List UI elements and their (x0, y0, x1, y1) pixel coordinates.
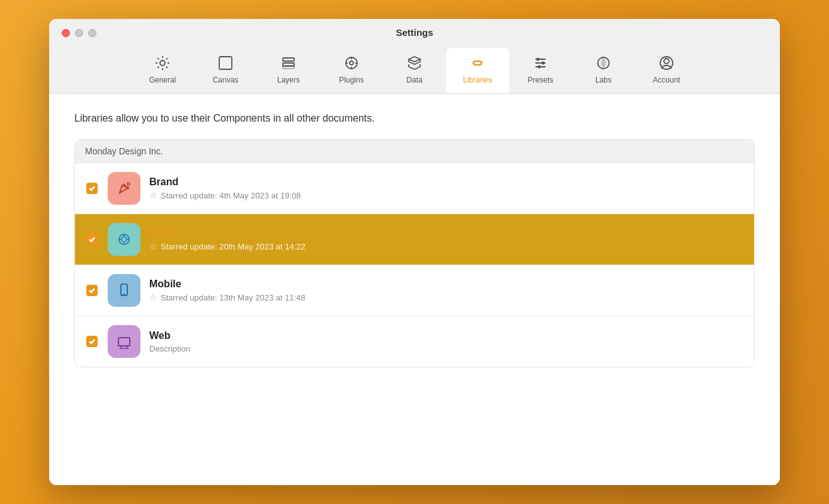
settings-window: Settings General Canvas (49, 19, 780, 485)
plugins-icon (343, 54, 360, 72)
data-icon (406, 54, 423, 72)
tab-presets[interactable]: Presets (509, 48, 572, 93)
brand-info: Brand ☆ Starred update: 4th May 2023 at … (149, 176, 301, 200)
checkbox-mobile[interactable] (85, 284, 99, 297)
brand-icon (108, 172, 140, 205)
mobile-star-icon: ☆ (149, 292, 157, 302)
library-item-brand: Brand ☆ Starred update: 4th May 2023 at … (75, 163, 754, 214)
description-text: Libraries allow you to use their Compone… (74, 113, 755, 124)
layers-icon (280, 54, 297, 72)
labs-icon (595, 54, 612, 72)
svg-point-0 (160, 60, 165, 66)
svg-point-22 (122, 237, 127, 242)
library-item-core: Core ☆ Starred update: 20th May 2023 at … (75, 214, 754, 265)
core-star-icon: ☆ (149, 241, 157, 251)
tab-libraries[interactable]: Libraries (446, 48, 509, 93)
tab-account-label: Account (653, 76, 680, 84)
window-title: Settings (396, 27, 433, 38)
account-icon (658, 54, 675, 72)
tab-labs[interactable]: Labs (572, 48, 635, 93)
tab-general-label: General (149, 76, 176, 84)
tab-presets-label: Presets (528, 76, 554, 84)
svg-point-19 (664, 59, 669, 64)
presets-icon (532, 54, 549, 72)
tab-labs-label: Labs (595, 76, 612, 84)
brand-star-icon: ☆ (149, 190, 157, 200)
title-bar: Settings General Canvas (49, 19, 780, 94)
svg-point-6 (350, 61, 353, 65)
brand-title: Brand (149, 176, 301, 188)
library-item-web: Web Description (75, 316, 754, 367)
mobile-title: Mobile (149, 278, 306, 290)
web-title: Web (149, 330, 190, 341)
svg-point-15 (542, 62, 545, 65)
gear-icon (154, 54, 171, 72)
svg-rect-29 (118, 338, 130, 346)
web-icon (108, 325, 140, 358)
svg-rect-2 (283, 58, 294, 61)
tab-data-label: Data (406, 76, 422, 84)
svg-rect-4 (283, 66, 294, 69)
svg-point-16 (538, 66, 541, 69)
tab-general[interactable]: General (131, 48, 194, 93)
svg-rect-1 (219, 57, 232, 69)
canvas-icon (217, 54, 234, 72)
tab-plugins-label: Plugins (339, 76, 363, 84)
svg-point-14 (537, 58, 540, 61)
traffic-lights (62, 29, 96, 37)
mobile-info: Mobile ☆ Starred update: 13th May 2023 a… (149, 278, 306, 302)
tab-plugins[interactable]: Plugins (320, 48, 383, 93)
tab-layers-label: Layers (277, 76, 300, 84)
maximize-button[interactable] (88, 29, 96, 37)
minimize-button[interactable] (75, 29, 83, 37)
section-header: Monday Design Inc. (75, 140, 754, 163)
web-subtitle: Description (149, 344, 190, 353)
mobile-subtitle: ☆ Starred update: 13th May 2023 at 11:48 (149, 292, 306, 302)
checkbox-core[interactable] (85, 232, 99, 246)
libraries-icon (469, 54, 486, 72)
tab-account[interactable]: Account (635, 48, 698, 93)
core-info: Core ☆ Starred update: 20th May 2023 at … (149, 227, 306, 251)
library-section: Monday Design Inc. Brand (74, 139, 755, 367)
tab-layers[interactable]: Layers (257, 48, 320, 93)
tab-data[interactable]: Data (383, 48, 446, 93)
core-subtitle: ☆ Starred update: 20th May 2023 at 14:22 (149, 241, 306, 251)
svg-point-20 (127, 183, 130, 185)
tab-canvas-label: Canvas (213, 76, 239, 84)
brand-subtitle: ☆ Starred update: 4th May 2023 at 19:08 (149, 190, 301, 200)
nav-tabs: General Canvas (62, 48, 767, 93)
library-item-mobile: Mobile ☆ Starred update: 13th May 2023 a… (75, 265, 754, 316)
content-area: Libraries allow you to use their Compone… (49, 94, 780, 485)
web-info: Web Description (149, 330, 190, 353)
core-icon (108, 223, 140, 256)
checkbox-web[interactable] (85, 335, 99, 348)
tab-libraries-label: Libraries (463, 76, 492, 84)
checkbox-brand[interactable] (85, 181, 99, 195)
close-button[interactable] (62, 29, 70, 37)
core-title: Core (149, 227, 306, 239)
tab-canvas[interactable]: Canvas (194, 48, 257, 93)
mobile-icon (108, 274, 140, 307)
